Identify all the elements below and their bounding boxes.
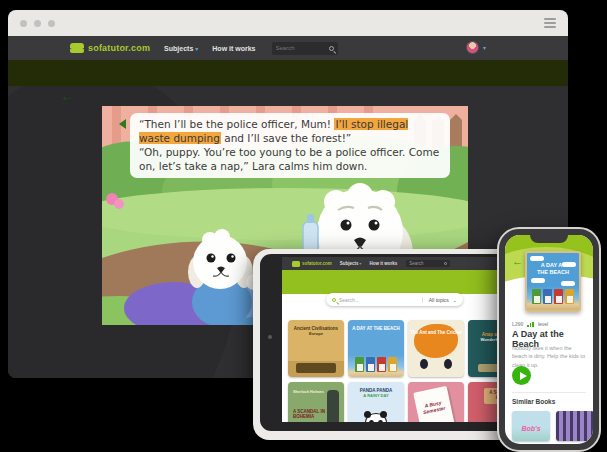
browser-chrome (8, 10, 568, 36)
story-text: “Then I’ll be the police officer, Mum! (139, 118, 334, 130)
site-navbar: sofatutor.com Subjects▾ How it works ▾ (8, 36, 568, 60)
chevron-down-icon: ⌄ (453, 297, 457, 303)
book-cover-ancient-civilisations[interactable]: Ancient Civilisations Europe (288, 320, 344, 377)
cloud-art (561, 281, 575, 286)
topics-dropdown[interactable]: All topics⌄ (422, 297, 457, 303)
sofatutor-logo[interactable]: sofatutor.com (70, 43, 150, 53)
nav-how-it-works[interactable]: How it works (370, 261, 398, 266)
navbar-search[interactable]: Search (406, 260, 450, 267)
level-bars-icon (527, 322, 534, 327)
couch-icon (292, 261, 300, 267)
page-header-band (8, 60, 568, 86)
chevron-down-icon: ▾ (360, 261, 362, 266)
story-text-box: “Then I’ll be the police officer, Mum! I… (130, 113, 450, 178)
nav-subjects[interactable]: Subjects▾ (164, 45, 198, 52)
cloud-art (531, 278, 545, 283)
cover-title: A DAY ATTHE BEACH (527, 253, 579, 276)
book-description: Nobody likes it when the beach is dirty.… (512, 344, 588, 369)
panda-art (365, 413, 387, 422)
recycling-bins-art (348, 357, 404, 372)
window-dot-icon[interactable] (48, 20, 55, 27)
phone-notch (530, 235, 568, 243)
search-icon (444, 262, 447, 265)
similar-books-heading: Similar Books (512, 398, 555, 405)
chevron-down-icon: ▾ (195, 46, 198, 52)
speaker-marker-icon[interactable] (119, 119, 126, 129)
hamburger-menu-icon[interactable] (544, 18, 556, 28)
phone-screen: ← A DAY ATTHE BEACH L290 level A Day at … (505, 235, 593, 444)
play-button[interactable] (512, 366, 531, 385)
back-arrow-icon[interactable]: ← (512, 255, 523, 267)
book-cover-busy-semester[interactable]: A Busy Semester (408, 382, 464, 422)
story-text: and I’ll save the forest!” (221, 132, 351, 144)
book-cover-ant-and-cricket[interactable]: The Ant and The Cricket (408, 320, 464, 377)
book-grid: Ancient Civilisations Europe A DAY AT TH… (288, 320, 524, 422)
lexile-level: L290 (512, 321, 523, 327)
avatar[interactable] (466, 41, 479, 54)
library-search-bar[interactable]: Search... All topics⌄ (326, 293, 463, 306)
divider (512, 392, 586, 393)
nav-how-it-works[interactable]: How it works (212, 45, 255, 52)
search-input[interactable] (276, 45, 329, 51)
recycling-bins-art (527, 289, 579, 304)
tablet-camera-icon (268, 335, 272, 339)
couch-icon (70, 43, 84, 53)
phone-device: ← A DAY ATTHE BEACH L290 level A Day at … (497, 227, 601, 452)
book-cover-panda-panda[interactable]: PANDA PANDA A RAINY DAY (348, 382, 404, 422)
book-cover-day-at-the-beach[interactable]: A DAY AT THE BEACH (348, 320, 404, 377)
chevron-down-icon: ▾ (483, 44, 486, 51)
similar-books-row: Bob's (512, 411, 593, 441)
stage: sofatutor.com Subjects▾ How it works ▾ ← (0, 0, 607, 452)
navbar-search[interactable] (272, 42, 338, 55)
story-text: “Oh, puppy. You’re too young to be a pol… (139, 146, 439, 172)
similar-book-bobs[interactable]: Bob's (512, 411, 550, 441)
level-label: level (538, 321, 548, 327)
similar-book-purple[interactable] (556, 411, 593, 441)
level-row: L290 level (512, 321, 548, 327)
window-control-dots[interactable] (20, 20, 55, 27)
window-dot-icon[interactable] (20, 20, 27, 27)
phone-book-cover[interactable]: A DAY ATTHE BEACH (525, 251, 581, 312)
logo-text: sofatutor.com (88, 43, 150, 53)
back-arrow-icon[interactable]: ← (60, 87, 75, 104)
book-cover-scandal-in-bohemia[interactable]: Sherlock Holmes A SCANDAL IN BOHEMIA (288, 382, 344, 422)
user-menu[interactable]: ▾ (466, 41, 486, 54)
search-placeholder: Search... (339, 297, 359, 303)
nav-subjects[interactable]: Subjects▾ (340, 261, 362, 266)
search-icon (332, 298, 336, 302)
logo-text[interactable]: sofatutor.com (302, 261, 332, 266)
window-dot-icon[interactable] (34, 20, 41, 27)
search-icon[interactable] (329, 46, 334, 51)
